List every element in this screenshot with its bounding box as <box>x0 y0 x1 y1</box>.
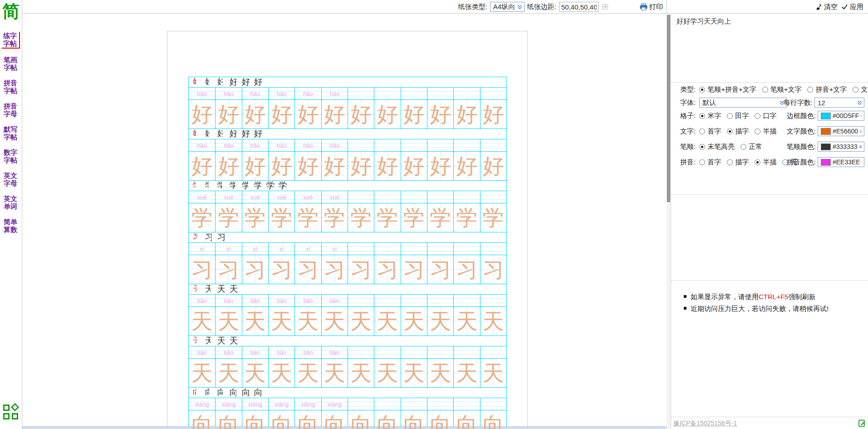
print-button[interactable]: 打印 <box>640 3 663 11</box>
radio-type-0[interactable]: 笔顺+拼音+文字 <box>699 85 756 94</box>
pinyin-guide-line <box>427 91 453 92</box>
radio-icon <box>755 159 760 165</box>
pinyin-trace-text: tiān <box>224 297 234 304</box>
chevron-double-down-icon <box>517 4 523 10</box>
radio-icon <box>853 87 858 93</box>
radio-icon <box>755 113 760 119</box>
vertical-scrollbar[interactable] <box>667 14 671 429</box>
radio-icon <box>727 113 733 119</box>
site-logo[interactable]: 简 <box>0 1 22 22</box>
option-row-label: 文字: <box>680 127 696 136</box>
color-hex-value: #EE33EE <box>833 158 860 166</box>
trace-character: 天 <box>295 359 321 387</box>
character-cell: 学 <box>215 203 241 232</box>
radio-icon <box>727 128 733 134</box>
clear-button[interactable]: 清空 <box>815 3 838 11</box>
trace-character: 天 <box>269 307 294 335</box>
radio-grid-0[interactable]: 米字 <box>699 112 721 120</box>
radio-stroke-0[interactable]: 末笔高亮 <box>699 143 735 151</box>
paper-type-select[interactable]: A4纵向 <box>490 2 525 12</box>
character-cell: 天 <box>374 307 400 335</box>
sidebar-item-拼音字母[interactable]: 拼音字母 <box>2 102 20 118</box>
radio-grid-1[interactable]: 田字 <box>727 112 749 120</box>
character-cell: 天 <box>215 307 241 335</box>
trace-character: 向 <box>454 410 480 429</box>
radio-pinyin-2[interactable]: 半描 <box>755 158 776 167</box>
radio-grid-2[interactable]: 口字 <box>755 112 776 120</box>
pinyin-trace-text: tiān <box>250 297 260 304</box>
pinyin-guide-line <box>454 251 480 251</box>
radio-pinyin-1[interactable]: 描字 <box>727 158 749 167</box>
stroke-step: 天 <box>229 284 239 294</box>
pinyin-guide-line <box>481 96 506 96</box>
pinyin-cell: hǎo <box>189 88 215 99</box>
sidebar-item-默写字帖[interactable]: 默写字帖 <box>2 125 20 141</box>
radio-text-0[interactable]: 首字 <box>699 127 721 136</box>
radio-stroke-1[interactable]: 正常 <box>740 143 762 151</box>
apps-logo-icon[interactable] <box>3 404 20 422</box>
stroke-step: 学 <box>216 181 226 191</box>
apply-button[interactable]: 应用 <box>841 3 863 11</box>
color-select-stroke[interactable]: #333333 <box>818 142 864 152</box>
character-cell: 向 <box>480 410 506 429</box>
character-cell: 天 <box>189 359 215 387</box>
pinyin-cell <box>374 139 400 151</box>
pinyin-guide-line <box>348 199 374 200</box>
sidebar-item-练字字帖[interactable]: 练字字帖 <box>2 32 20 49</box>
radio-icon <box>699 113 705 119</box>
color-select-text[interactable]: #E56600 <box>818 126 864 136</box>
pinyin-trace-text: hǎo <box>197 142 207 149</box>
pinyin-cell: xí <box>215 243 241 255</box>
select-font[interactable]: 默认 <box>699 98 787 108</box>
stroke-step: 习 <box>216 232 226 242</box>
options-section: 类型:笔顺+拼音+文字笔顺+文字拼音+文字文字字体:默认每行字数:12格子:米字… <box>671 84 868 173</box>
option-row-stroke: 笔顺:末笔高亮正常笔顺颜色:#333333 <box>680 142 864 152</box>
printer-icon <box>640 3 647 10</box>
scrollbar-thumb[interactable] <box>667 15 670 202</box>
option-row-font: 字体:默认每行字数:12 <box>680 98 864 108</box>
pinyin-guide-line <box>481 195 506 195</box>
sidebar-item-笔画字帖[interactable]: 笔画字帖 <box>2 56 20 72</box>
character-cell: 习 <box>374 255 400 284</box>
pinyin-cell <box>453 139 480 151</box>
pinyin-cell <box>480 398 506 410</box>
icp-link[interactable]: 豫ICP备15025156号-1 <box>673 419 737 428</box>
color-select-pinyin[interactable]: #EE33EE <box>818 157 864 167</box>
stroke-order-row: 好好好好好好 <box>189 129 506 139</box>
trace-character: 好 <box>242 152 268 180</box>
radio-type-1[interactable]: 笔顺+文字 <box>762 85 802 94</box>
radio-type-3[interactable]: 文字 <box>853 85 868 94</box>
pinyin-cell <box>374 243 400 255</box>
stroke-step: 学 <box>253 181 263 191</box>
pinyin-guide-line <box>348 247 374 247</box>
select-per-line-count[interactable]: 12 <box>814 98 864 108</box>
trace-character: 好 <box>348 152 374 180</box>
color-select-grid[interactable]: #00D5FF <box>818 111 864 121</box>
doc-edit-icon[interactable] <box>858 419 866 428</box>
trace-character: 习 <box>427 255 453 284</box>
pinyin-cell <box>453 88 480 99</box>
sidebar-item-拼音字帖[interactable]: 拼音字帖 <box>2 79 20 95</box>
pinyin-cell <box>453 191 480 203</box>
trace-character: 向 <box>295 410 321 429</box>
radio-label: 末笔高亮 <box>707 143 735 151</box>
characters-text-input[interactable]: 好好学习天天向上 <box>671 14 868 82</box>
character-cell: 学 <box>401 203 427 232</box>
pinyin-cell <box>374 295 400 306</box>
sidebar-item-简单算数[interactable]: 简单算数 <box>2 218 20 234</box>
radio-pinyin-0[interactable]: 首字 <box>699 158 721 167</box>
pinyin-trace-text: hǎo <box>277 142 287 149</box>
preview-expand-icon[interactable] <box>602 3 609 10</box>
stroke-step: 好 <box>241 129 251 139</box>
margin-input[interactable] <box>559 2 599 12</box>
radio-icon <box>699 144 705 150</box>
sidebar-item-英文单词[interactable]: 英文单词 <box>2 195 20 211</box>
pinyin-guide-line <box>348 298 374 299</box>
radio-text-1[interactable]: 描字 <box>727 127 749 136</box>
sidebar-item-英文字母[interactable]: 英文字母 <box>2 172 20 187</box>
radio-type-2[interactable]: 拼音+文字 <box>807 85 847 94</box>
sidebar-item-数字字帖[interactable]: 数字字帖 <box>2 148 20 164</box>
radio-text-2[interactable]: 半描 <box>755 127 776 136</box>
bullet-icon <box>684 295 687 298</box>
color-swatch <box>821 159 831 166</box>
